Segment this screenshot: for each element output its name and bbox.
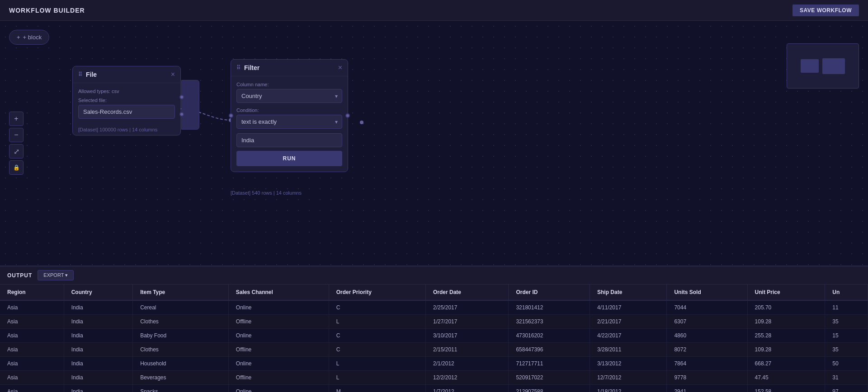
save-workflow-button[interactable]: SAVE WORKFLOW [793,5,859,16]
table-cell: India [64,371,132,385]
add-block-button[interactable]: + + block [9,30,49,45]
table-header-cell: Order Priority [329,285,425,300]
table-cell: 6307 [667,315,747,329]
zoom-out-button[interactable]: − [9,128,24,142]
file-node-title: File [86,71,97,78]
output-panel: OUTPUT EXPORT ▾ RegionCountryItem TypeSa… [0,266,868,392]
table-cell: C [329,300,425,315]
zoom-fit-button[interactable]: ⤢ [9,144,24,159]
table-cell: 1/7/2012 [426,385,509,392]
file-port-out-top [179,95,184,99]
table-row: AsiaIndiaBaby FoodOnlineC3/10/2017473016… [0,329,868,343]
filter-condition-select-wrapper: text is exactly text contains text start… [236,115,342,129]
table-cell: 1/18/2012 [590,385,666,392]
filter-drag-handle-icon: ⠿ [236,65,241,71]
app-title: WORKFLOW BUILDER [9,7,85,14]
table-cell: 12/7/2012 [590,371,666,385]
run-button[interactable]: RUN [236,151,342,166]
filter-condition-select[interactable]: text is exactly text contains text start… [236,115,342,129]
table-cell: L [329,371,425,385]
table-cell: India [64,385,132,392]
data-table: RegionCountryItem TypeSales ChannelOrder… [0,285,868,392]
filter-column-select[interactable]: Country Region Item Type [236,89,342,103]
filter-node: ⠿ Filter × Column name: Country Region I… [231,59,348,172]
table-cell: Snacks [133,385,229,392]
data-table-wrapper[interactable]: RegionCountryItem TypeSales ChannelOrder… [0,285,868,392]
table-cell: 9778 [667,371,747,385]
table-cell: Asia [0,371,64,385]
table-cell: 152.58 [747,385,825,392]
file-dataset-info: [Dataset] 100000 rows | 14 columns [78,127,157,132]
zoom-in-button[interactable]: + [9,112,24,126]
table-cell: 3/28/2011 [590,343,666,357]
table-cell: 2/1/2012 [426,357,509,371]
filter-value-input[interactable] [236,133,342,147]
file-node: ⠿ File × Allowed types: csv Selected fil… [72,66,181,135]
table-row: AsiaIndiaClothesOfflineL1/27/20173215623… [0,315,868,329]
table-cell: 212907588 [509,385,590,392]
table-cell: 47.45 [747,371,825,385]
table-cell: 2/21/2017 [590,315,666,329]
table-cell: 2/15/2011 [426,343,509,357]
file-node-header: ⠿ File × [73,66,180,83]
table-cell: 4860 [667,329,747,343]
table-cell: C [329,343,425,357]
table-cell: 520917022 [509,371,590,385]
table-cell: 3/10/2017 [426,329,509,343]
table-cell: C [329,329,425,343]
table-cell: 4/22/2017 [590,329,666,343]
table-cell: 35 [825,343,868,357]
table-cell: Online [228,300,329,315]
filter-node-title: Filter [244,64,259,71]
table-cell: 255.28 [747,329,825,343]
table-cell: India [64,329,132,343]
table-header-cell: Unit Price [747,285,825,300]
filter-port-in [229,113,233,118]
file-node-close-button[interactable]: × [171,71,175,78]
export-button[interactable]: EXPORT ▾ [38,270,74,280]
table-cell: M [329,385,425,392]
filter-dataset-info: [Dataset] 540 rows | 14 columns [231,190,302,196]
table-row: AsiaIndiaCerealOnlineC2/25/2017321801412… [0,300,868,315]
filter-column-label: Column name: [236,82,342,87]
file-selected-input[interactable] [78,105,175,119]
table-cell: 31 [825,371,868,385]
table-header-row: RegionCountryItem TypeSales ChannelOrder… [0,285,868,300]
filter-condition-label: Condition: [236,107,342,113]
table-row: AsiaIndiaBeveragesOfflineL12/2/201252091… [0,371,868,385]
table-header-cell: Ship Date [590,285,666,300]
svg-point-2 [360,121,363,124]
table-cell: India [64,357,132,371]
table-cell: Offline [228,371,329,385]
file-selected-label: Selected file: [78,98,175,103]
table-cell: Online [228,385,329,392]
table-cell: Asia [0,385,64,392]
table-cell: 4/11/2017 [590,300,666,315]
zoom-controls: + − ⤢ 🔒 [9,112,24,175]
table-cell: Online [228,357,329,371]
table-cell: Asia [0,357,64,371]
topbar: WORKFLOW BUILDER SAVE WORKFLOW [0,0,868,21]
connector-svg [0,21,868,266]
table-cell: 109.28 [747,315,825,329]
filter-node-body: Column name: Country Region Item Type ▾ … [231,76,348,172]
table-cell: 11 [825,300,868,315]
table-cell: 668.27 [747,357,825,371]
table-cell: India [64,300,132,315]
table-cell: 15 [825,329,868,343]
table-cell: 2941 [667,385,747,392]
table-cell: L [329,357,425,371]
file-node-footer: [Dataset] 100000 rows | 14 columns [73,124,180,135]
file-node-header-left: ⠿ File [78,71,97,78]
table-cell: 50 [825,357,868,371]
table-cell: 2/25/2017 [426,300,509,315]
filter-node-close-button[interactable]: × [338,64,342,71]
filter-column-select-wrapper: Country Region Item Type ▾ [236,89,342,103]
table-row: AsiaIndiaHouseholdOnlineL2/1/20127127177… [0,357,868,371]
add-block-label: + block [23,34,42,41]
file-node-body: Allowed types: csv Selected file: [73,83,180,124]
table-cell: India [64,315,132,329]
table-header-cell: Order Date [426,285,509,300]
table-cell: 12/2/2012 [426,371,509,385]
zoom-lock-button[interactable]: 🔒 [9,160,24,175]
